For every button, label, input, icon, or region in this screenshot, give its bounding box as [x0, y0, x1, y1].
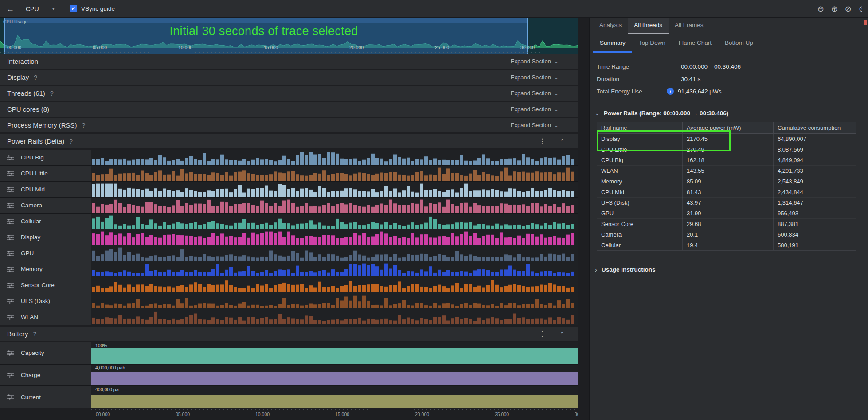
track-legend-capacity[interactable]: Capacity: [0, 342, 91, 364]
zoom-to-selection-icon[interactable]: ⊙: [859, 5, 862, 13]
track-label: Capacity: [21, 350, 44, 356]
track-legend-cpu-little[interactable]: CPU Little: [0, 166, 91, 181]
battery-chart[interactable]: 100%: [91, 342, 578, 364]
expand-section-button[interactable]: Expand Section⌄: [511, 58, 559, 65]
table-row[interactable]: WLAN143.554,291,733: [597, 166, 856, 176]
track-legend-cpu-mid[interactable]: CPU Mid: [0, 182, 91, 197]
reset-zoom-icon[interactable]: ⊘: [845, 5, 852, 13]
track-legend-memory[interactable]: Memory: [0, 261, 91, 277]
expand-section-button[interactable]: Expand Section⌄: [511, 90, 559, 97]
track-chart[interactable]: [91, 245, 578, 261]
track-chart[interactable]: [91, 214, 578, 229]
track-row-sensor-core: Sensor Core: [0, 277, 578, 293]
track-chart[interactable]: [91, 261, 578, 277]
track-legend-cellular[interactable]: Cellular: [0, 214, 91, 229]
time-range-row: Time Range 00:00.000 – 00:30.406: [597, 60, 863, 73]
section-row-process-memory-rss[interactable]: Process Memory (RSS)?Expand Section⌄: [0, 118, 578, 132]
track-settings-icon: [7, 218, 14, 225]
scrollbar[interactable]: [863, 18, 868, 420]
track-legend-ufs-disk[interactable]: UFS (Disk): [0, 293, 91, 309]
table-row[interactable]: Memory85.092,543,849: [597, 176, 856, 187]
battery-section-header[interactable]: Battery ? ⋮ ⌃: [0, 327, 578, 341]
subtab-flame-chart[interactable]: Flame Chart: [672, 34, 718, 53]
section-row-cpu-cores-8[interactable]: CPU cores (8)Expand Section⌄: [0, 102, 578, 117]
expand-section-button[interactable]: Expand Section⌄: [511, 122, 559, 128]
track-chart[interactable]: [91, 166, 578, 181]
table-row[interactable]: Cellular19.4580,191: [597, 240, 856, 251]
battery-chart[interactable]: 400,000 μa: [91, 386, 578, 408]
zoom-out-icon[interactable]: ⊖: [817, 5, 824, 13]
track-chart[interactable]: [91, 293, 578, 309]
track-chart[interactable]: [91, 150, 578, 165]
track-legend-charge[interactable]: Charge: [0, 365, 91, 386]
track-legend-current[interactable]: Current: [0, 386, 91, 408]
tab-all-frames[interactable]: All Frames: [669, 18, 710, 34]
help-icon[interactable]: ?: [50, 90, 54, 97]
table-row[interactable]: CPU Little270.498,087,569: [597, 144, 856, 155]
avg-power-cell: 20.1: [683, 229, 774, 240]
help-icon[interactable]: ?: [82, 122, 86, 129]
track-legend-cpu-big[interactable]: CPU Big: [0, 150, 91, 165]
cumulative-cell: 2,543,849: [774, 176, 856, 187]
track-settings-icon: [7, 350, 14, 356]
expand-section-button[interactable]: Expand Section⌄: [511, 74, 559, 81]
battery-axis-label: 4,000,000 μah: [95, 365, 125, 370]
cpu-usage-track[interactable]: Initial 30 seconds of trace selected CPU…: [0, 18, 578, 54]
track-chart[interactable]: [91, 277, 578, 293]
timeline-label: 00.000: [7, 45, 21, 50]
track-chart[interactable]: [91, 309, 578, 325]
expand-section-button[interactable]: Expand Section⌄: [511, 106, 559, 113]
track-chart[interactable]: [91, 229, 578, 245]
track-chart[interactable]: [91, 182, 578, 197]
table-row[interactable]: Display2170.4564,890,007: [597, 134, 856, 144]
table-row[interactable]: GPU31.99956,493: [597, 208, 856, 219]
process-dropdown[interactable]: CPU ▾: [20, 4, 59, 14]
track-legend-wlan[interactable]: WLAN: [0, 309, 91, 325]
battery-fill: [91, 395, 578, 408]
info-icon[interactable]: i: [667, 88, 674, 95]
section-row-interaction[interactable]: InteractionExpand Section⌄: [0, 54, 578, 69]
track-legend-display[interactable]: Display: [0, 229, 91, 245]
battery-chart[interactable]: 4,000,000 μah: [91, 365, 578, 386]
table-row[interactable]: CPU Big162.184,849,094: [597, 155, 856, 166]
subtab-bottom-up[interactable]: Bottom Up: [718, 34, 760, 53]
collapsed-sections: InteractionExpand Section⌄Display?Expand…: [0, 54, 578, 134]
collapse-section-icon[interactable]: ⌃: [559, 331, 565, 338]
timeline-label: 20.000: [349, 45, 364, 50]
energy-value: 91,436,642 μWs: [678, 88, 722, 95]
tab-all-threads[interactable]: All threads: [628, 18, 669, 34]
tab-analysis[interactable]: Analysis: [593, 18, 628, 34]
power-rails-section-header[interactable]: Power Rails (Delta) ? ⋮ ⌃: [0, 134, 578, 148]
power-rails-summary-header[interactable]: ⌄ Power Rails (Range: 00:00.000 → 00:30.…: [595, 110, 863, 117]
kebab-menu-icon[interactable]: ⋮: [539, 330, 546, 338]
help-icon[interactable]: ?: [34, 74, 37, 81]
track-legend-sensor-core[interactable]: Sensor Core: [0, 277, 91, 293]
track-settings-icon: [7, 314, 14, 320]
track-chart[interactable]: [91, 198, 578, 213]
table-row[interactable]: UFS (Disk)43.971,314,647: [597, 198, 856, 208]
subtab-summary[interactable]: Summary: [593, 34, 632, 53]
section-row-display[interactable]: Display?Expand Section⌄: [0, 70, 578, 85]
help-icon[interactable]: ?: [69, 138, 73, 145]
track-legend-gpu[interactable]: GPU: [0, 245, 91, 261]
vsync-guide-checkbox[interactable]: ✓ VSync guide: [70, 5, 115, 12]
chevron-down-icon: ⌄: [554, 90, 559, 97]
zoom-in-icon[interactable]: ⊕: [831, 5, 838, 13]
chevron-down-icon: ⌄: [554, 74, 559, 81]
subtab-top-down[interactable]: Top Down: [632, 34, 672, 53]
table-row[interactable]: Sensor Core29.68887,381: [597, 219, 856, 229]
time-range-label: Time Range: [597, 63, 681, 70]
section-row-threads-61[interactable]: Threads (61)?Expand Section⌄: [0, 86, 578, 101]
cumulative-cell: 580,191: [774, 240, 856, 251]
usage-instructions[interactable]: › Usage Instructions: [595, 266, 863, 273]
timeline-label: 30.000: [520, 45, 535, 50]
axis-label: 30: [575, 412, 578, 417]
table-row[interactable]: Camera20.1600,834: [597, 229, 856, 240]
kebab-menu-icon[interactable]: ⋮: [539, 137, 546, 145]
track-legend-camera[interactable]: Camera: [0, 198, 91, 213]
table-row[interactable]: CPU Mid81.432,434,844: [597, 187, 856, 198]
help-icon[interactable]: ?: [33, 331, 37, 338]
collapse-section-icon[interactable]: ⌃: [559, 138, 565, 145]
section-label: Interaction: [7, 58, 38, 65]
back-button[interactable]: ←: [6, 5, 14, 13]
